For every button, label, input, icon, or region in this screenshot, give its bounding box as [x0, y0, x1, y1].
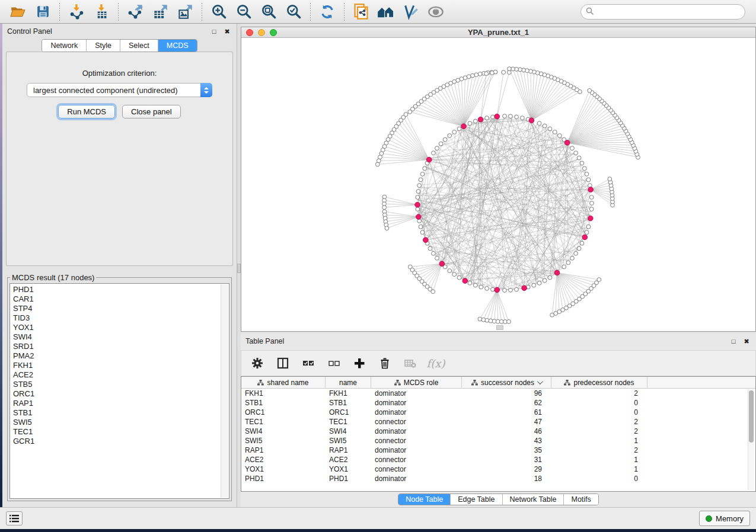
graph-mcds-node[interactable] — [495, 287, 500, 293]
graph-node[interactable] — [570, 146, 575, 150]
graph-node[interactable] — [419, 178, 423, 182]
graph-node[interactable] — [548, 275, 552, 280]
graph-node[interactable] — [419, 225, 423, 229]
cell-mcds-role[interactable]: dominator — [371, 474, 462, 483]
graph-node[interactable] — [417, 184, 422, 188]
graph-node[interactable] — [521, 116, 525, 120]
cell-successor-nodes[interactable]: 61 — [462, 408, 551, 417]
graph-node[interactable] — [416, 196, 420, 200]
export-network-button[interactable] — [123, 2, 147, 22]
show-hide-button[interactable] — [424, 2, 448, 22]
close-table-panel-icon[interactable]: ✖ — [742, 336, 751, 346]
graph-leaf-node[interactable] — [474, 73, 479, 77]
graph-leaf-node[interactable] — [375, 162, 379, 166]
graph-node[interactable] — [590, 201, 594, 206]
cell-successor-nodes[interactable]: 35 — [462, 446, 551, 455]
cell-name[interactable]: YOX1 — [326, 464, 371, 474]
mcds-list-scrollbar[interactable] — [221, 284, 228, 498]
graph-node[interactable] — [586, 225, 591, 229]
cell-name[interactable]: SWI4 — [326, 427, 371, 436]
add-column-button[interactable] — [353, 357, 366, 370]
cell-predecessor-nodes[interactable]: 1 — [551, 464, 647, 474]
table-row[interactable]: FKH1FKH1dominator962 — [241, 389, 755, 398]
graph-node[interactable] — [473, 119, 477, 123]
cell-successor-nodes[interactable]: 46 — [462, 427, 551, 436]
table-tab-node-table[interactable]: Node Table — [398, 494, 451, 505]
cell-predecessor-nodes[interactable]: 2 — [551, 446, 647, 455]
mcds-result-item[interactable]: ACE2 — [13, 370, 229, 380]
graph-node[interactable] — [435, 146, 439, 150]
graph-leaf-node[interactable] — [478, 72, 482, 76]
graph-node[interactable] — [548, 127, 552, 131]
cell-predecessor-nodes[interactable]: 2 — [551, 427, 647, 436]
column-header-name[interactable]: name — [326, 377, 371, 388]
graph-node[interactable] — [537, 121, 541, 126]
graph-node[interactable] — [532, 283, 536, 287]
graph-node[interactable] — [473, 283, 477, 287]
graph-node[interactable] — [574, 251, 578, 255]
cell-successor-nodes[interactable]: 47 — [462, 417, 551, 427]
cell-predecessor-nodes[interactable]: 2 — [551, 389, 647, 398]
zoom-out-button[interactable] — [232, 2, 256, 22]
mcds-result-item[interactable]: SRD1 — [13, 342, 229, 351]
table-row[interactable]: ORC1ORC1dominator610 — [241, 408, 755, 417]
graph-node[interactable] — [537, 281, 541, 285]
mcds-result-list[interactable]: PHD1CAR1STP4TID3YOX1SWI4SRD1PMA2FKH1ACE2… — [9, 283, 229, 499]
graph-node[interactable] — [557, 134, 562, 138]
cell-name[interactable]: ACE2 — [326, 455, 371, 464]
graph-node[interactable] — [448, 134, 452, 138]
show-columns-button[interactable] — [276, 357, 289, 370]
control-tab-style[interactable]: Style — [87, 40, 120, 52]
graph-node[interactable] — [580, 241, 584, 245]
graph-mcds-node[interactable] — [495, 114, 500, 119]
sort-chevron-icon[interactable] — [537, 379, 543, 384]
graph-node[interactable] — [420, 230, 425, 235]
mcds-result-item[interactable]: CAR1 — [13, 294, 229, 304]
validate-style-button[interactable] — [399, 2, 423, 22]
graph-node[interactable] — [589, 207, 594, 211]
cell-mcds-role[interactable]: connector — [371, 417, 462, 427]
graph-node[interactable] — [491, 115, 495, 119]
cell-name[interactable]: FKH1 — [326, 389, 371, 398]
cell-predecessor-nodes[interactable]: 0 — [551, 408, 647, 417]
table-row[interactable]: YOX1YOX1connector291 — [241, 464, 755, 474]
network-canvas-svg[interactable] — [241, 38, 753, 331]
mcds-result-item[interactable]: ORC1 — [13, 389, 229, 399]
graph-node[interactable] — [432, 251, 436, 255]
refresh-button[interactable] — [315, 2, 339, 22]
cell-successor-nodes[interactable]: 96 — [462, 389, 551, 398]
column-header-MCDS-role[interactable]: MCDS role — [371, 377, 462, 388]
table-scrollbar-thumb[interactable] — [749, 390, 754, 443]
graph-node[interactable] — [570, 256, 575, 260]
graph-node[interactable] — [543, 124, 547, 128]
open-session-button[interactable] — [6, 2, 30, 22]
graph-mcds-node[interactable] — [588, 187, 594, 193]
cell-mcds-role[interactable]: connector — [371, 464, 462, 474]
graph-node[interactable] — [585, 172, 589, 176]
graph-leaf-node[interactable] — [597, 278, 601, 282]
cell-mcds-role[interactable]: dominator — [371, 389, 462, 398]
graph-leaf-node[interactable] — [431, 290, 435, 294]
graph-node[interactable] — [515, 115, 519, 119]
graph-node[interactable] — [485, 116, 489, 120]
cell-mcds-role[interactable]: connector — [371, 455, 462, 464]
graph-node[interactable] — [468, 281, 472, 285]
graph-node[interactable] — [420, 172, 425, 176]
graph-mcds-node[interactable] — [439, 261, 445, 267]
graph-node[interactable] — [485, 287, 489, 291]
save-session-button[interactable] — [31, 2, 55, 22]
graph-node[interactable] — [509, 114, 513, 118]
mcds-result-item[interactable]: STB1 — [13, 408, 229, 418]
graph-node[interactable] — [553, 130, 557, 134]
graph-node[interactable] — [515, 287, 519, 291]
cell-shared-name[interactable]: ACE2 — [241, 455, 326, 464]
graph-node[interactable] — [503, 289, 507, 293]
cell-name[interactable]: TEC1 — [326, 417, 371, 427]
graph-mcds-node[interactable] — [426, 157, 432, 162]
mcds-result-item[interactable]: SWI5 — [13, 418, 229, 427]
graph-node[interactable] — [491, 287, 495, 291]
graph-mcds-node[interactable] — [588, 216, 594, 221]
mcds-result-item[interactable]: RAP1 — [13, 399, 229, 408]
graph-node[interactable] — [562, 265, 566, 269]
zoom-selected-button[interactable] — [282, 2, 305, 22]
